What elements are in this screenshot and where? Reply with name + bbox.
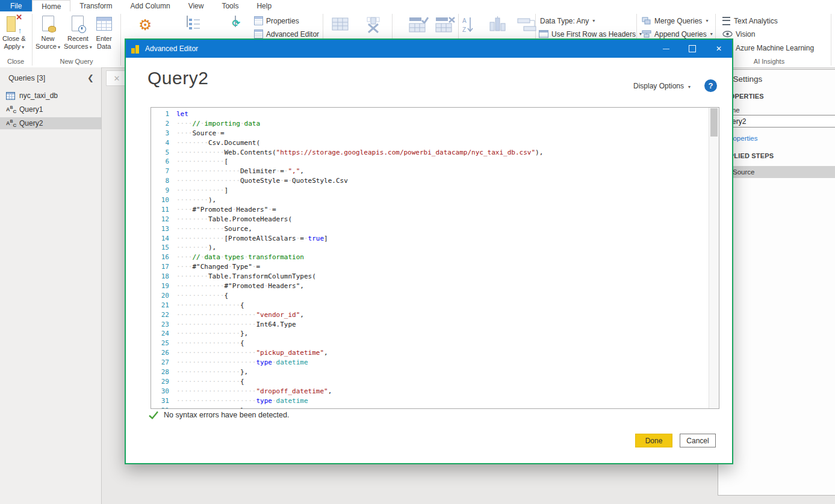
menu-tab-add-column[interactable]: Add Column bbox=[122, 0, 179, 11]
code-line: 19············#"Promoted·Headers", bbox=[151, 281, 719, 291]
code-line: 30····················"dropoff_datetime"… bbox=[151, 387, 719, 396]
code-line: 18········Table.TransformColumnTypes( bbox=[151, 272, 719, 281]
remove-rows-icon bbox=[435, 16, 455, 33]
editor-vertical-scrollbar[interactable] bbox=[709, 108, 719, 408]
dialog-title: Advanced Editor bbox=[145, 45, 653, 53]
close-button[interactable]: ✕ bbox=[706, 40, 732, 58]
split-column-icon bbox=[488, 16, 508, 33]
close-icon: ✕ bbox=[716, 45, 722, 53]
append-queries-icon bbox=[642, 30, 651, 38]
data-source-settings-button[interactable]: ⚙ bbox=[138, 16, 152, 33]
group-label-ai-insights: AI Insights bbox=[734, 58, 804, 65]
ribbon-group-new-query: NewSource ▾RecentSources ▾EnterData bbox=[34, 14, 114, 52]
line-number: 11 bbox=[151, 205, 176, 215]
cancel-button[interactable]: Cancel bbox=[680, 434, 716, 447]
line-number: 3 bbox=[151, 129, 176, 138]
line-number: 9 bbox=[151, 186, 176, 195]
minimize-button[interactable] bbox=[653, 40, 679, 58]
recent-sources-button[interactable]: RecentSources ▾ bbox=[62, 14, 94, 52]
code-line: 8················QuoteStyle·=·QuoteStyle… bbox=[151, 176, 719, 186]
menu-tab-tools[interactable]: Tools bbox=[213, 0, 247, 11]
menu-tab-view[interactable]: View bbox=[179, 0, 213, 11]
menu-tab-file[interactable]: File bbox=[0, 0, 32, 11]
power-bi-logo-icon bbox=[131, 45, 140, 54]
help-button[interactable]: ? bbox=[704, 79, 717, 92]
code-line: 2····//·importing·data bbox=[151, 119, 719, 129]
line-number: 21 bbox=[151, 301, 176, 310]
dropdown-caret-icon: ▾ bbox=[88, 45, 92, 50]
azure-machine-learning-button[interactable]: Azure Machine Learning bbox=[736, 43, 814, 53]
menu-tab-help[interactable]: Help bbox=[247, 0, 281, 11]
query-settings-pane: Query Settings PROPERTIES Name All Prope… bbox=[718, 69, 835, 496]
group-label-close: Close bbox=[0, 58, 31, 65]
merge-queries-dropdown[interactable]: Merge Queries▾ bbox=[642, 16, 708, 26]
line-number: 14 bbox=[151, 234, 176, 244]
use-first-row-as-headers-dropdown[interactable]: Use First Row as Headers▾ bbox=[539, 29, 642, 39]
advanced-editor-button[interactable]: Advanced Editor bbox=[254, 29, 319, 39]
query-name-input[interactable] bbox=[721, 115, 835, 128]
query-list-item-Query2[interactable]: ABCQuery2 bbox=[0, 117, 101, 129]
menu-tab-transform[interactable]: Transform bbox=[70, 0, 121, 11]
query-list-item-Query1[interactable]: ABCQuery1 bbox=[0, 103, 101, 115]
remove-rows-button[interactable] bbox=[435, 16, 455, 35]
collapse-pane-chevron-icon[interactable]: ❮ bbox=[87, 73, 94, 82]
display-options-dropdown[interactable]: Display Options▾ bbox=[633, 82, 691, 90]
refresh-preview-button[interactable]: ⟳ bbox=[235, 16, 236, 27]
code-line: 23····················Int64.Type bbox=[151, 320, 719, 330]
enter-data-button[interactable]: EnterData bbox=[94, 14, 114, 52]
new-source-label: NewSource ▾ bbox=[36, 35, 60, 51]
new-source-button[interactable]: NewSource ▾ bbox=[34, 14, 62, 52]
close-icon: ✕ bbox=[114, 74, 120, 83]
maximize-button[interactable] bbox=[679, 40, 706, 58]
properties-button[interactable]: Properties bbox=[254, 16, 319, 26]
line-number: 18 bbox=[151, 272, 176, 281]
merge-queries-icon bbox=[642, 17, 651, 25]
query-name: nyc_taxi_db bbox=[19, 91, 58, 100]
menu-tab-home[interactable]: Home bbox=[32, 0, 70, 11]
code-editor[interactable]: 1let2····//·importing·data3····Source·=4… bbox=[151, 107, 719, 409]
data-type-dropdown[interactable]: Data Type: Any▾ bbox=[540, 16, 595, 26]
done-button[interactable]: Done bbox=[635, 434, 672, 447]
vision-button[interactable]: Vision bbox=[722, 29, 755, 39]
line-number: 28 bbox=[151, 367, 176, 377]
line-number: 24 bbox=[151, 329, 176, 339]
line-number: 25 bbox=[151, 339, 176, 348]
keep-rows-button[interactable] bbox=[408, 16, 429, 35]
code-line: 29················{ bbox=[151, 377, 719, 387]
scrollbar-thumb[interactable] bbox=[710, 108, 718, 137]
advanced-editor-dialog: Advanced Editor ✕ Query2 Display Options… bbox=[125, 38, 733, 464]
table-headers-icon bbox=[539, 30, 548, 38]
menu-bar: FileHomeTransformAdd ColumnViewToolsHelp bbox=[0, 0, 835, 11]
dropdown-caret-icon: ▾ bbox=[57, 45, 60, 50]
remove-columns-button[interactable] bbox=[366, 16, 385, 35]
query-list-item-nyc_taxi_db[interactable]: nyc_taxi_db bbox=[0, 90, 101, 102]
dialog-title-bar[interactable]: Advanced Editor ✕ bbox=[126, 40, 732, 58]
manage-columns-button[interactable] bbox=[331, 16, 349, 34]
split-column-button[interactable] bbox=[488, 16, 508, 35]
code-line: 10········), bbox=[151, 195, 719, 205]
code-line: 31····················type·datetime bbox=[151, 396, 719, 406]
checkmark-icon bbox=[149, 411, 158, 419]
text-analytics-icon bbox=[722, 17, 730, 25]
ribbon-divider bbox=[32, 14, 33, 66]
dropdown-caret-icon: ▾ bbox=[710, 31, 713, 37]
manage-parameters-button[interactable] bbox=[187, 16, 188, 27]
syntax-status: No syntax errors have been detected. bbox=[149, 411, 289, 419]
close-apply-button[interactable]: ✕↑Close &Apply ▾ bbox=[1, 14, 28, 52]
group-by-button[interactable] bbox=[517, 16, 538, 34]
append-queries-dropdown[interactable]: Append Queries▾ bbox=[642, 29, 713, 39]
recent-sources-icon bbox=[69, 15, 86, 33]
code-line: 20············{ bbox=[151, 291, 719, 301]
close-apply-label: Close &Apply ▾ bbox=[2, 35, 26, 51]
text-analytics-button[interactable]: Text Analytics bbox=[722, 16, 778, 26]
code-line: 5············Web.Contents("https://stora… bbox=[151, 148, 719, 158]
code-line: 32················} bbox=[151, 406, 719, 409]
code-line: 14············[PromoteAllScalars·=·true] bbox=[151, 234, 719, 244]
applied-step-source[interactable]: Source bbox=[718, 166, 835, 178]
line-number: 13 bbox=[151, 224, 176, 234]
parameters-icon bbox=[187, 16, 188, 27]
enter-data-icon bbox=[96, 15, 113, 33]
line-number: 29 bbox=[151, 377, 176, 387]
code-line: 9············] bbox=[151, 186, 719, 195]
sort-button[interactable]: AZ bbox=[461, 16, 474, 37]
